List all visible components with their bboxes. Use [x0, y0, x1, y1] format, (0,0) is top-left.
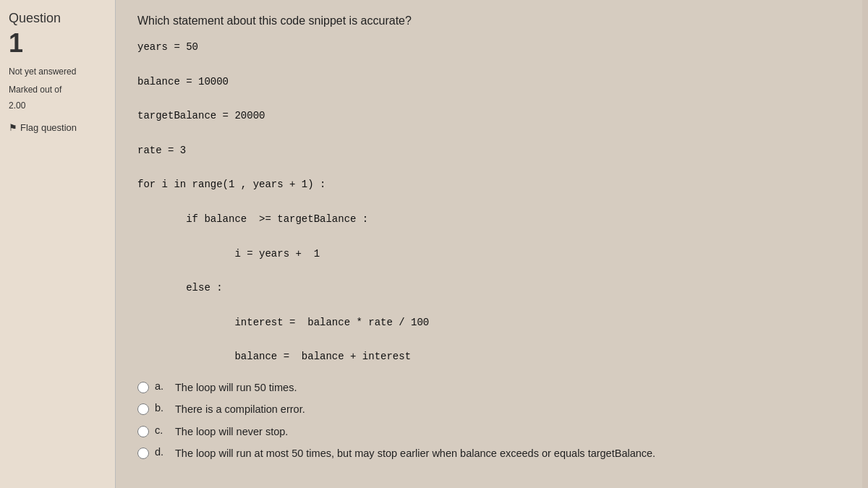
- code-line: [137, 160, 841, 177]
- answer-option-c[interactable]: c.The loop will never stop.: [137, 424, 841, 439]
- sidebar: Question 1 Not yet answered Marked out o…: [0, 0, 116, 488]
- code-line: [137, 56, 841, 74]
- question-title: Which statement about this code snippet …: [137, 14, 841, 27]
- code-line: [137, 332, 841, 349]
- code-line: [137, 297, 841, 314]
- code-line: targetBalance = 20000: [137, 108, 841, 125]
- answer-letter-2: c.: [155, 424, 169, 436]
- answer-radio-b[interactable]: [137, 403, 149, 415]
- answer-option-d[interactable]: d.The loop will run at most 50 times, bu…: [137, 446, 841, 461]
- question-number: 1: [9, 30, 106, 56]
- flag-label: Flag question: [20, 122, 77, 133]
- code-line: if balance >= targetBalance :: [137, 211, 841, 228]
- code-line: balance = 10000: [137, 74, 841, 91]
- answer-text-3: The loop will run at most 50 times, but …: [175, 446, 655, 461]
- answer-radio-d[interactable]: [137, 448, 149, 459]
- answer-letter-0: a.: [155, 380, 169, 392]
- answer-letter-3: d.: [155, 446, 169, 458]
- code-line: [137, 125, 841, 142]
- answer-option-a[interactable]: a.The loop will run 50 times.: [137, 380, 841, 395]
- code-line: [137, 262, 841, 280]
- answer-radio-c[interactable]: [137, 426, 149, 437]
- flag-question-button[interactable]: ⚑ Flag question: [9, 119, 106, 136]
- code-line: [137, 194, 841, 211]
- main-content: Which statement about this code snippet …: [116, 0, 862, 488]
- code-line: [137, 90, 841, 108]
- question-label: Question: [9, 12, 106, 26]
- answers-section: a.The loop will run 50 times.b.There is …: [137, 380, 841, 461]
- marked-value: 2.00: [9, 100, 106, 112]
- answer-option-b[interactable]: b.There is a compilation error.: [137, 402, 841, 416]
- code-line: interest = balance * rate / 100: [137, 314, 841, 332]
- code-line: balance = balance + interest: [137, 348, 841, 366]
- answer-radio-a[interactable]: [137, 382, 149, 393]
- code-line: years = 50: [137, 39, 841, 56]
- scrollbar-area: [862, 0, 868, 488]
- not-yet-answered: Not yet answered: [9, 67, 106, 78]
- code-line: else :: [137, 280, 841, 297]
- code-line: i = years + 1: [137, 246, 841, 263]
- marked-out-of-label: Marked out of: [9, 85, 106, 96]
- code-line: rate = 3: [137, 142, 841, 160]
- code-block: years = 50 balance = 10000 targetBalance…: [137, 39, 841, 366]
- code-line: for i in range(1 , years + 1) :: [137, 176, 841, 194]
- scrollbar-track[interactable]: [862, 0, 868, 488]
- answer-text-0: The loop will run 50 times.: [175, 380, 297, 395]
- flag-icon: ⚑: [9, 122, 17, 133]
- answer-text-2: The loop will never stop.: [175, 424, 288, 439]
- answer-letter-1: b.: [155, 402, 169, 414]
- answer-text-1: There is a compilation error.: [175, 402, 305, 416]
- code-line: [137, 228, 841, 246]
